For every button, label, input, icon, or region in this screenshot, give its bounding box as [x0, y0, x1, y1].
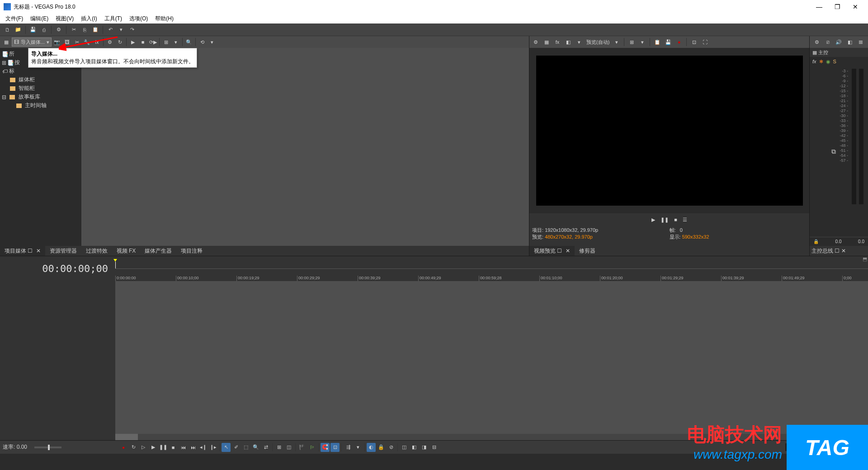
media-list-area[interactable]	[81, 48, 529, 246]
tree-item[interactable]: 🏷标	[2, 67, 80, 75]
rate-handle[interactable]	[48, 445, 50, 450]
menu-help[interactable]: 帮助(H)	[152, 14, 176, 24]
speaker-icon[interactable]: 🔊	[834, 38, 843, 47]
chevron-down-icon[interactable]: ▾	[612, 38, 621, 47]
tab-project-media[interactable]: 项目媒体 ☐ ✕	[0, 246, 45, 256]
collapse-icon[interactable]: ⊟	[2, 94, 6, 100]
lock-icon[interactable]: 🔒	[813, 239, 819, 244]
scale-icon[interactable]: ⊡	[689, 38, 698, 47]
tool-3-icon[interactable]: ◨	[420, 443, 429, 452]
add-region-icon[interactable]: 🏳	[307, 443, 316, 452]
chevron-down-icon[interactable]: ▾	[354, 443, 363, 452]
record-icon[interactable]: ●	[119, 443, 128, 452]
tree-folder[interactable]: 智能柜	[2, 84, 80, 93]
sliders-icon[interactable]: 𝌆	[856, 38, 865, 47]
import-media-button[interactable]: 🎞 导入媒体... ▾	[12, 38, 52, 47]
autoplay-icon[interactable]: ⟳▶	[148, 38, 157, 47]
autoripple-icon[interactable]: ⇶	[344, 443, 353, 452]
redo-icon[interactable]: ↷	[127, 25, 137, 34]
refresh-icon[interactable]: ↻	[115, 38, 124, 47]
lock-envelopes-icon[interactable]: 🔒	[377, 443, 386, 452]
stop-icon[interactable]: ■	[674, 217, 677, 222]
mixer-icon[interactable]: ⎚	[823, 38, 832, 47]
tab-transitions[interactable]: 过渡特效	[81, 246, 112, 256]
tab-video-preview[interactable]: 视频预览 ☐ ✕	[529, 246, 575, 256]
menu-icon[interactable]: ☰	[683, 217, 687, 223]
snap-icon[interactable]: 🧲	[321, 443, 330, 452]
maximize-button[interactable]: ❐	[828, 0, 846, 14]
fullscreen-icon[interactable]: ⛶	[700, 38, 709, 47]
menu-file[interactable]: 文件(F)	[3, 14, 26, 24]
preview-screen[interactable]	[536, 56, 803, 206]
timecode-display[interactable]: 00:00:00;00	[42, 263, 108, 274]
menu-tools[interactable]: 工具(T)	[102, 14, 125, 24]
go-end-icon[interactable]: ⏭	[189, 443, 198, 452]
multicam-icon[interactable]: ⊞	[274, 443, 283, 452]
chevron-down-icon[interactable]: ▾	[575, 38, 584, 47]
play-icon[interactable]: ▶	[128, 38, 137, 47]
menu-edit[interactable]: 编辑(E)	[28, 14, 51, 24]
pause-icon[interactable]: ❚❚	[660, 217, 669, 223]
shuffle-icon[interactable]: ⇄	[261, 443, 270, 452]
loop-icon[interactable]: ↻	[129, 443, 138, 452]
save-icon[interactable]: 💾	[28, 25, 38, 34]
quantize-icon[interactable]: ⊡	[330, 443, 340, 452]
expand-icon[interactable]: ◫	[284, 443, 293, 452]
fx-1-icon[interactable]: ✱	[819, 59, 823, 65]
tool-4-icon[interactable]: ⊟	[429, 443, 439, 452]
expand-icon[interactable]: ⊞	[2, 60, 6, 66]
play-icon[interactable]: ▶	[149, 443, 158, 452]
pause-icon[interactable]: ❚❚	[159, 443, 168, 452]
pin-icon[interactable]: ☐	[28, 248, 33, 254]
minimize-button[interactable]: —	[810, 0, 828, 14]
fx-label[interactable]: fx	[812, 59, 816, 64]
stop-icon[interactable]: ■	[169, 443, 178, 452]
tab-master-bus[interactable]: 主控总线	[811, 247, 833, 255]
remove-icon[interactable]: ✂	[72, 38, 81, 47]
back-icon[interactable]: ⟲	[198, 38, 207, 47]
play-start-icon[interactable]: ▷	[139, 443, 148, 452]
view-mode-icon[interactable]: ⊞	[161, 38, 170, 47]
time-ruler[interactable]: 0:00:00:0000:00:10;0000:00:19;2900:00:29…	[115, 268, 868, 281]
ignore-event-icon[interactable]: ⊘	[387, 443, 396, 452]
menu-insert[interactable]: 插入(I)	[78, 14, 99, 24]
tab-project-notes[interactable]: 项目注释	[176, 246, 207, 256]
tree-folder[interactable]: ⊟ 故事板库	[2, 93, 80, 101]
close-icon[interactable]: ✕	[841, 248, 846, 254]
tool-2-icon[interactable]: ◧	[410, 443, 419, 452]
tab-explorer[interactable]: 资源管理器	[45, 246, 81, 256]
link-channels-icon[interactable]: ⧉	[831, 148, 836, 155]
properties-icon[interactable]: ⚙	[54, 25, 63, 34]
split-icon[interactable]: ◧	[564, 38, 573, 47]
auto-crossfade-icon[interactable]: ◐	[367, 443, 376, 452]
get-media-icon[interactable]: 🖼	[62, 38, 71, 47]
tab-trimmer[interactable]: 修剪器	[575, 246, 600, 256]
preview-fx-icon[interactable]: fx	[553, 38, 562, 47]
tracks-body[interactable]	[115, 281, 868, 434]
capture-icon[interactable]: 📷	[52, 38, 61, 47]
close-button[interactable]: ✕	[846, 0, 864, 14]
next-frame-icon[interactable]: ❙▸	[208, 443, 217, 452]
preview-external-icon[interactable]: ▦	[542, 38, 551, 47]
tab-video-fx[interactable]: 视频 FX	[112, 246, 141, 256]
zoom-edit-icon[interactable]: 🔍	[251, 443, 260, 452]
copy-icon[interactable]: ⎘	[80, 25, 89, 34]
save-snapshot-icon[interactable]: 💾	[664, 38, 673, 47]
copy-snapshot-icon[interactable]: 📋	[653, 38, 662, 47]
fx-2-icon[interactable]: ◉	[826, 59, 830, 65]
new-project-icon[interactable]: 🗋	[3, 25, 12, 34]
cut-icon[interactable]: ✂	[69, 25, 78, 34]
play-icon[interactable]: ▶	[651, 217, 655, 223]
overlay-icon[interactable]: ⊞	[627, 38, 636, 47]
open-folder-icon[interactable]: 📁	[14, 25, 23, 34]
view-dropdown-icon[interactable]: ▾	[171, 38, 180, 47]
media-icon[interactable]: ▦	[2, 38, 11, 47]
close-icon[interactable]: ✕	[566, 248, 570, 254]
envelope-edit-icon[interactable]: ✐	[231, 443, 241, 452]
pin-icon[interactable]: ☐	[557, 248, 562, 254]
chevron-down-icon[interactable]: ▾	[638, 38, 647, 47]
close-icon[interactable]: ✕	[36, 248, 41, 254]
render-icon[interactable]: ⎙	[39, 25, 48, 34]
playhead[interactable]	[115, 262, 116, 269]
dim-icon[interactable]: ◧	[845, 38, 854, 47]
